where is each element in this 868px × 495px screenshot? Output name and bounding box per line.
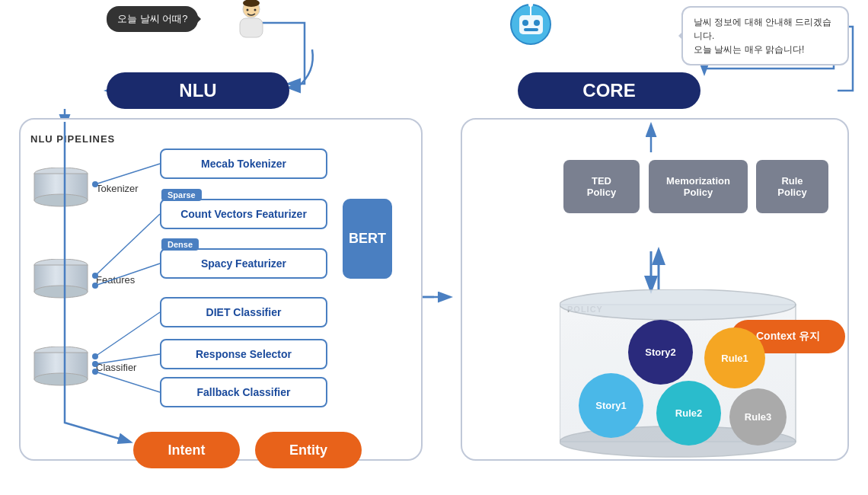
- speech-bubble-right: 날씨 정보에 대해 안내해 드리겠습니다. 오늘 날씨는 매우 맑습니다!: [681, 6, 849, 65]
- count-vectors-box: Count Vectors Featurizer: [160, 199, 327, 229]
- svg-point-4: [254, 9, 257, 11]
- sparse-badge: Sparse: [161, 189, 202, 201]
- bot-icon: [510, 4, 552, 49]
- dense-badge: Dense: [161, 238, 199, 251]
- core-label: CORE: [582, 80, 635, 101]
- tokenizer-cylinder: [30, 168, 91, 209]
- svg-point-30: [534, 20, 540, 26]
- features-label: Features: [96, 274, 135, 286]
- speech-line2: 오늘 날씨는 매우 맑습니다!: [694, 44, 804, 55]
- mecab-tokenizer-box: Mecab Tokenizer: [160, 148, 327, 179]
- rule3-circle: Rule3: [729, 388, 787, 446]
- core-pill: CORE: [518, 72, 700, 109]
- diet-classifier-box: DIET Classifier: [160, 297, 327, 327]
- classifier-cylinder: [30, 346, 91, 388]
- svg-point-13: [34, 373, 88, 385]
- bert-box: BERT: [343, 199, 392, 279]
- features-cylinder: [30, 259, 91, 301]
- nlu-pipelines-label: NLU PIPELINES: [30, 133, 115, 145]
- svg-rect-31: [524, 28, 538, 31]
- tokenizer-cylinder-group: Tokenizer: [30, 168, 139, 209]
- nlu-pill: NLU: [107, 72, 289, 109]
- left-section: 오늘 날씨 어때? NLU: [8, 0, 434, 495]
- rule2-circle: Rule2: [656, 381, 721, 446]
- memorization-policy-box: Memorization Policy: [649, 160, 748, 213]
- classifier-label: Classifier: [96, 362, 136, 373]
- ted-policy-box: TED Policy: [563, 160, 640, 213]
- svg-point-7: [34, 194, 88, 206]
- nlu-label: NLU: [179, 80, 216, 101]
- svg-point-3: [247, 9, 249, 11]
- response-selector-box: Response Selector: [160, 339, 327, 369]
- intent-pill: Intent: [133, 432, 240, 468]
- speech-bubble-text: 오늘 날씨 어때?: [117, 13, 187, 24]
- svg-point-29: [522, 20, 528, 26]
- svg-point-35: [560, 289, 796, 320]
- classifier-cylinder-group: Classifier: [30, 346, 136, 388]
- rule-policy-box: Rule Policy: [756, 160, 828, 213]
- story1-circle: Story1: [579, 373, 643, 438]
- spacy-featurizer-box: Spacy Featurizer: [160, 248, 327, 279]
- speech-bubble-left: 오늘 날씨 어때?: [107, 6, 198, 32]
- entity-pill: Entity: [255, 432, 362, 468]
- person-icon: [232, 0, 270, 42]
- rule1-circle: Rule1: [704, 327, 765, 388]
- svg-point-10: [34, 286, 88, 298]
- svg-rect-2: [240, 18, 263, 37]
- svg-rect-28: [519, 15, 543, 34]
- features-cylinder-group: Features: [30, 259, 135, 301]
- fallback-classifier-box: Fallback Classifier: [160, 377, 327, 407]
- tokenizer-label: Tokenizer: [96, 183, 139, 194]
- story2-circle: Story2: [628, 320, 693, 385]
- speech-line1: 날씨 정보에 대해 안내해 드리겠습니다.: [694, 17, 831, 41]
- diagram-container: 오늘 날씨 어때? NLU: [0, 0, 868, 495]
- right-section: 날씨 정보에 대해 안내해 드리겠습니다. 오늘 날씨는 매우 맑습니다! CO…: [449, 0, 864, 495]
